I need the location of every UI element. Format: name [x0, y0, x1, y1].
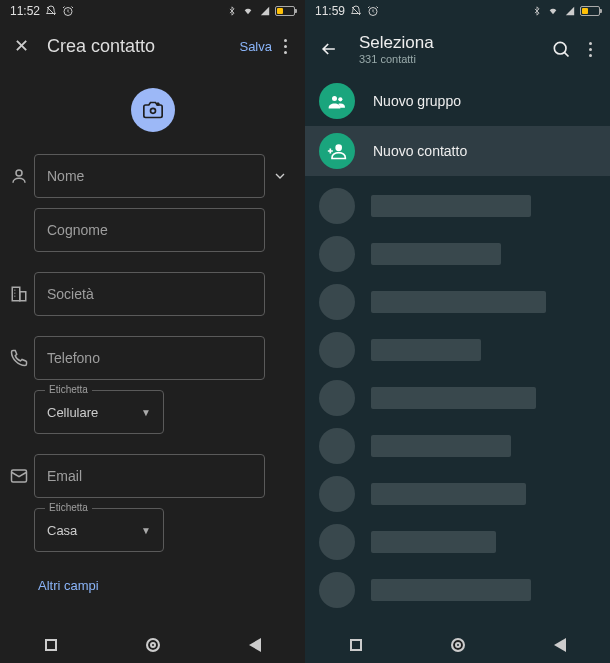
- contact-name-placeholder: [371, 195, 531, 217]
- svg-rect-3: [12, 287, 20, 301]
- avatar: [319, 524, 355, 560]
- list-item[interactable]: [305, 518, 610, 566]
- phone-field[interactable]: [34, 336, 265, 380]
- status-bar: 11:52: [0, 0, 305, 22]
- contact-name-placeholder: [371, 243, 501, 265]
- email-type-dropdown[interactable]: Etichetta Casa ▼: [34, 508, 164, 552]
- add-person-icon: [319, 133, 355, 169]
- battery-icon: [580, 6, 600, 16]
- svg-point-9: [338, 97, 342, 101]
- status-bar: 11:59: [305, 0, 610, 22]
- nav-home-icon[interactable]: [451, 638, 465, 652]
- contact-list[interactable]: [305, 176, 610, 627]
- save-button[interactable]: Salva: [239, 39, 272, 54]
- first-name-input[interactable]: [47, 168, 252, 184]
- first-name-field[interactable]: [34, 154, 265, 198]
- status-time: 11:59: [315, 4, 345, 18]
- signal-icon: [564, 6, 576, 16]
- new-contact-button[interactable]: Nuovo contatto: [305, 126, 610, 176]
- bluetooth-icon: [227, 5, 237, 17]
- nav-bar: [0, 627, 305, 663]
- avatar: [319, 428, 355, 464]
- camera-plus-icon: [143, 100, 163, 120]
- svg-point-10: [335, 144, 342, 151]
- svg-rect-4: [20, 292, 26, 301]
- contact-name-placeholder: [371, 339, 481, 361]
- company-row: [0, 272, 305, 326]
- app-header: ✕ Crea contatto Salva: [0, 22, 305, 70]
- phone-type-value: Cellulare: [47, 405, 98, 420]
- create-contact-screen: 11:52 ✕ Crea contatto Salva: [0, 0, 305, 663]
- page-subtitle: 331 contatti: [359, 53, 551, 65]
- contact-name-placeholder: [371, 531, 496, 553]
- avatar: [319, 572, 355, 608]
- company-input[interactable]: [47, 286, 252, 302]
- phone-type-label: Etichetta: [45, 384, 92, 395]
- svg-point-1: [150, 108, 155, 113]
- email-type-value: Casa: [47, 523, 77, 538]
- phone-input[interactable]: [47, 350, 252, 366]
- avatar: [319, 188, 355, 224]
- avatar: [319, 284, 355, 320]
- contact-name-placeholder: [371, 291, 546, 313]
- new-group-button[interactable]: Nuovo gruppo: [305, 76, 610, 126]
- nav-home-icon[interactable]: [146, 638, 160, 652]
- list-item[interactable]: [305, 374, 610, 422]
- nav-back-icon[interactable]: [249, 638, 261, 652]
- email-type-label: Etichetta: [45, 502, 92, 513]
- phone-icon: [10, 349, 28, 367]
- phone-type-dropdown[interactable]: Etichetta Cellulare ▼: [34, 390, 164, 434]
- back-arrow-icon[interactable]: [319, 39, 339, 59]
- building-icon: [10, 285, 28, 303]
- search-icon[interactable]: [551, 39, 571, 59]
- contact-name-placeholder: [371, 483, 526, 505]
- svg-point-2: [16, 170, 22, 176]
- list-item[interactable]: [305, 326, 610, 374]
- surname-field[interactable]: [34, 208, 265, 252]
- bluetooth-icon: [532, 5, 542, 17]
- nav-back-icon[interactable]: [554, 638, 566, 652]
- battery-icon: [275, 6, 295, 16]
- email-row: Etichetta Casa ▼: [0, 454, 305, 562]
- avatar: [319, 236, 355, 272]
- add-photo-button[interactable]: [131, 88, 175, 132]
- new-contact-label: Nuovo contatto: [373, 143, 467, 159]
- new-group-label: Nuovo gruppo: [373, 93, 461, 109]
- contact-name-placeholder: [371, 387, 536, 409]
- surname-input[interactable]: [47, 222, 252, 238]
- list-item[interactable]: [305, 278, 610, 326]
- svg-point-7: [554, 42, 566, 54]
- bell-off-icon: [350, 5, 362, 17]
- page-title: Seleziona: [359, 33, 551, 53]
- chevron-down-icon[interactable]: [272, 168, 288, 184]
- list-item[interactable]: [305, 422, 610, 470]
- signal-icon: [259, 6, 271, 16]
- list-item[interactable]: [305, 470, 610, 518]
- select-contact-screen: 11:59 Seleziona 331 contatti Nuovo grupp…: [305, 0, 610, 663]
- person-icon: [10, 167, 28, 185]
- close-icon[interactable]: ✕: [14, 35, 29, 57]
- more-menu-icon[interactable]: [280, 35, 291, 58]
- contact-name-placeholder: [371, 435, 511, 457]
- wifi-icon: [241, 6, 255, 16]
- more-menu-icon[interactable]: [585, 38, 596, 61]
- avatar: [319, 380, 355, 416]
- list-item[interactable]: [305, 566, 610, 614]
- company-field[interactable]: [34, 272, 265, 316]
- dropdown-arrow-icon: ▼: [141, 407, 151, 418]
- nav-recent-icon[interactable]: [45, 639, 57, 651]
- wifi-icon: [546, 6, 560, 16]
- more-fields-button[interactable]: Altri campi: [0, 572, 305, 599]
- name-row: [0, 154, 305, 262]
- email-field[interactable]: [34, 454, 265, 498]
- list-item[interactable]: [305, 182, 610, 230]
- email-input[interactable]: [47, 468, 252, 484]
- contact-name-placeholder: [371, 579, 531, 601]
- alarm-icon: [62, 5, 74, 17]
- phone-row: Etichetta Cellulare ▼: [0, 336, 305, 444]
- nav-recent-icon[interactable]: [350, 639, 362, 651]
- list-item[interactable]: [305, 230, 610, 278]
- page-title: Crea contatto: [47, 36, 239, 57]
- bell-off-icon: [45, 5, 57, 17]
- alarm-icon: [367, 5, 379, 17]
